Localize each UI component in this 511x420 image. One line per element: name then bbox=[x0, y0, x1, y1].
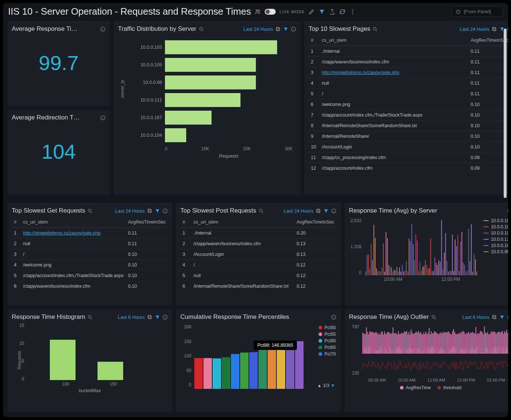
top10-table-wrap[interactable]: # cs_uri_stem AvgResTimeInSec 1./Interna… bbox=[309, 35, 508, 174]
cell-avg: 0.10 bbox=[468, 99, 508, 110]
col-avg[interactable]: AvgResTimeInSec bbox=[294, 217, 337, 228]
col-stem[interactable]: cs_uri_stem bbox=[21, 217, 126, 228]
magnify-icon[interactable] bbox=[372, 26, 378, 32]
legend-item[interactable]: Pct65 bbox=[319, 345, 336, 350]
svg-point-24 bbox=[508, 209, 508, 213]
copy-icon[interactable] bbox=[492, 314, 497, 320]
table-row[interactable]: 5/ctapp/account/index.cfm,/Trade/StockTr… bbox=[12, 270, 168, 281]
table-row[interactable]: 9/Internal/RemoteShare/0.10 bbox=[309, 131, 508, 142]
table-row[interactable]: 4/0.12 bbox=[180, 260, 337, 270]
panel-percentiles: Cumulative Response Time Percentiles 200… bbox=[176, 309, 341, 412]
info-icon[interactable] bbox=[100, 26, 106, 32]
cell-avg: 0.12 bbox=[294, 270, 337, 281]
pager-up-icon[interactable]: ▲ bbox=[317, 383, 322, 388]
time-range[interactable]: Last 24 Hours bbox=[460, 26, 489, 32]
col-num[interactable]: # bbox=[12, 217, 21, 228]
info-icon[interactable] bbox=[331, 314, 337, 320]
table-row[interactable]: 2/ctapp/waven/business/index.cfm0.13 bbox=[180, 239, 337, 249]
table-row[interactable]: 1http://ningwitjohnno.ru/zapoy/gate.php0… bbox=[12, 228, 168, 239]
col-num[interactable]: # bbox=[180, 217, 191, 228]
magnify-icon[interactable] bbox=[199, 26, 204, 32]
table-row[interactable]: 1./Internal0.11 bbox=[309, 46, 508, 57]
filter-icon[interactable] bbox=[319, 8, 325, 15]
more-icon[interactable] bbox=[349, 8, 356, 15]
table-row[interactable]: 4/welcome.png0.10 bbox=[12, 260, 168, 270]
table-row[interactable]: 6/ctapp/waven/business/index.cfm0.10 bbox=[12, 281, 168, 290]
info-icon[interactable] bbox=[100, 115, 106, 121]
copy-icon[interactable] bbox=[275, 26, 281, 32]
magnify-icon[interactable] bbox=[258, 208, 264, 214]
legend-item[interactable]: threshold bbox=[437, 385, 461, 390]
export-icon[interactable] bbox=[329, 8, 335, 15]
info-icon[interactable] bbox=[291, 26, 296, 32]
live-mode-toggle[interactable] bbox=[265, 9, 276, 15]
copy-icon[interactable] bbox=[147, 208, 152, 214]
table-row[interactable]: 6/welcome.png0.10 bbox=[309, 99, 508, 110]
svg-rect-13 bbox=[493, 28, 496, 31]
table-row[interactable]: 3http://ningwitjohnno.ru/zapoy/gate.php0… bbox=[309, 67, 508, 78]
info-icon[interactable] bbox=[331, 208, 337, 214]
scrollbar-thumb[interactable] bbox=[504, 29, 507, 198]
col-avg[interactable]: AvgResTimeInSec bbox=[468, 35, 508, 46]
from-panel-select[interactable]: [From Panel] bbox=[452, 6, 503, 17]
info-icon[interactable] bbox=[507, 208, 508, 214]
info-icon[interactable] bbox=[507, 314, 508, 320]
time-range[interactable]: Last 24 Hours bbox=[284, 208, 313, 214]
table-row[interactable]: 5/0.11 bbox=[309, 89, 508, 99]
post-table-wrap[interactable]: # cs_uri_stem AvgResTimeInSec 1./Interna… bbox=[180, 217, 337, 290]
traffic-chart: server_ip 10.0.0.103 10.0.0.105 10.0.0.9… bbox=[118, 35, 296, 174]
magnify-icon[interactable] bbox=[87, 314, 93, 320]
time-range[interactable]: Last 6 Hours bbox=[462, 314, 489, 320]
table-row[interactable]: 3/0.10 bbox=[12, 249, 168, 260]
cell-stem: /welcome.png bbox=[21, 260, 126, 270]
info-icon[interactable] bbox=[507, 26, 508, 32]
edit-icon[interactable] bbox=[308, 8, 315, 15]
magnify-icon[interactable] bbox=[431, 314, 437, 320]
cell-stem: / bbox=[21, 249, 126, 260]
legend-item[interactable]: Pct70 bbox=[319, 351, 336, 357]
cell-stem[interactable]: http://ningwitjohnno.ru/zapoy/gate.php bbox=[320, 67, 468, 78]
col-avg[interactable]: AvgResTimeInSec bbox=[126, 217, 168, 228]
copy-icon[interactable] bbox=[492, 26, 497, 32]
magnify-icon[interactable] bbox=[87, 208, 93, 214]
time-range[interactable]: Last 24 Hours bbox=[115, 208, 145, 214]
page-scrollbar[interactable] bbox=[504, 29, 507, 413]
table-row[interactable]: 6/Internal/RemoteShare/SomeRandomShare.t… bbox=[180, 281, 337, 290]
table-row[interactable]: 3/Account/Login0.13 bbox=[180, 249, 337, 260]
col-stem[interactable]: cs_uri_stem bbox=[320, 35, 468, 46]
col-num[interactable]: # bbox=[309, 35, 320, 46]
time-range[interactable]: Last 24 Hours bbox=[243, 26, 273, 32]
info-icon[interactable] bbox=[162, 208, 168, 214]
time-range[interactable]: Last 6 Hours bbox=[118, 314, 145, 320]
table-row[interactable]: 7/ctapp/account/index.cfm,/Trade/StockTr… bbox=[309, 110, 508, 121]
hbar-row: 10.0.0.111 bbox=[136, 91, 293, 109]
table-row[interactable]: 11/ctapp/cc_processing/index.cfm0.09 bbox=[309, 152, 508, 163]
filter-icon[interactable] bbox=[155, 314, 160, 320]
col-stem[interactable]: cs_uri_stem bbox=[191, 217, 294, 228]
filter-icon[interactable] bbox=[323, 208, 329, 214]
table-row[interactable]: 8/Internal/RemoteShare/SomeRandomShare.t… bbox=[309, 121, 508, 131]
table-row[interactable]: 5null0.12 bbox=[180, 270, 337, 281]
cell-stem[interactable]: http://ningwitjohnno.ru/zapoy/gate.php bbox=[21, 228, 126, 239]
refresh-icon[interactable] bbox=[339, 8, 346, 15]
legend-item[interactable]: AvgResTime bbox=[400, 385, 431, 390]
table-row[interactable]: 10/Account/Login0.10 bbox=[309, 142, 508, 152]
table-row[interactable]: 1./Internal0.20 bbox=[180, 228, 337, 239]
info-icon[interactable] bbox=[162, 314, 168, 320]
users-icon[interactable] bbox=[254, 8, 261, 15]
legend-item[interactable]: Pct60 bbox=[319, 338, 336, 343]
legend-item[interactable]: Pct50 bbox=[319, 325, 336, 330]
copy-icon[interactable] bbox=[147, 314, 152, 320]
filter-icon[interactable] bbox=[155, 208, 160, 214]
copy-icon[interactable] bbox=[316, 208, 321, 214]
legend-item[interactable]: Pct55 bbox=[319, 332, 336, 337]
table-row[interactable]: 12/ctapp/account/index.cfm0.09 bbox=[309, 163, 508, 174]
hbar-label: 10.0.0.98 bbox=[136, 80, 162, 85]
get-table-wrap[interactable]: # cs_uri_stem AvgResTimeInSec 1http://ni… bbox=[12, 217, 168, 290]
filter-icon[interactable] bbox=[283, 26, 288, 32]
table-row[interactable]: 2null0.11 bbox=[12, 239, 168, 249]
legend-pager[interactable]: ▲ 1/3 ▼ bbox=[317, 383, 335, 388]
table-row[interactable]: 2/ctapp/waven/business/index.cfm0.11 bbox=[309, 57, 508, 67]
table-row[interactable]: 4null0.11 bbox=[309, 78, 508, 89]
pager-down-icon[interactable]: ▼ bbox=[331, 383, 335, 388]
